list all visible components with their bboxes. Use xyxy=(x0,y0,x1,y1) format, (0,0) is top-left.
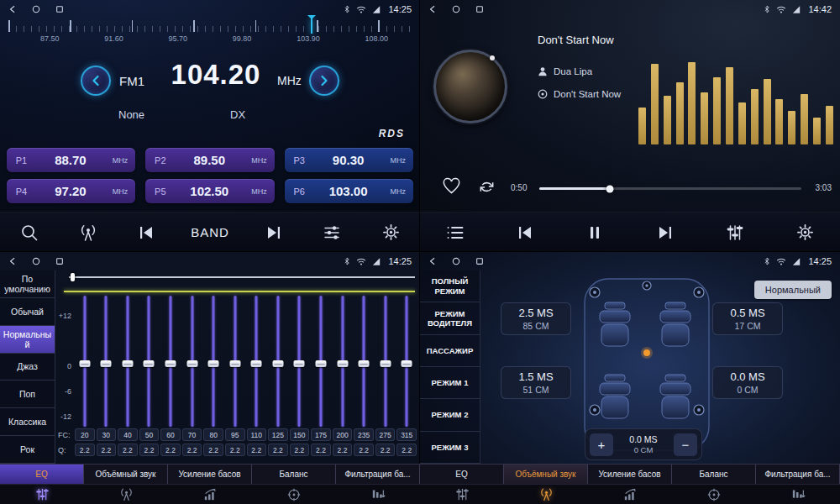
next-station-icon[interactable] xyxy=(255,216,293,249)
eq-band-slider[interactable] xyxy=(246,296,268,427)
previous-track-icon[interactable] xyxy=(506,216,544,249)
band-button[interactable]: BAND xyxy=(186,216,234,249)
radio-broadcast-icon[interactable] xyxy=(69,216,108,249)
back-icon[interactable] xyxy=(8,5,17,13)
listening-mode-item[interactable]: РЕЖИМ 3 xyxy=(420,432,480,464)
sound-profile-button[interactable]: Нормальный xyxy=(754,281,832,299)
audio-tab[interactable]: Баланс xyxy=(252,465,336,484)
level-slider-handle[interactable] xyxy=(71,273,75,281)
front-left-delay[interactable]: 2.5 MS 85 CM xyxy=(501,302,571,335)
balance-tab-icon[interactable] xyxy=(252,485,336,504)
eq-slider-handle[interactable] xyxy=(208,360,219,367)
preset-button[interactable]: P6 103.00 MHz xyxy=(285,179,413,203)
audio-tab[interactable]: EQ xyxy=(420,465,504,484)
audio-tab[interactable]: Усиление басов xyxy=(168,465,252,484)
eq-slider-handle[interactable] xyxy=(144,360,155,367)
scan-icon[interactable] xyxy=(10,216,49,249)
repeat-icon[interactable] xyxy=(477,178,496,196)
previous-station-icon[interactable] xyxy=(127,216,165,249)
eq-band-slider[interactable] xyxy=(353,296,375,427)
eq-slider-handle[interactable] xyxy=(186,360,197,367)
tune-up-button[interactable] xyxy=(309,66,339,96)
tune-down-button[interactable] xyxy=(81,66,111,96)
eq-band-slider[interactable] xyxy=(375,296,396,427)
listening-mode-item[interactable]: РЕЖИМ ВОДИТЕЛЯ xyxy=(420,302,480,334)
eq-preset-item[interactable]: Рок xyxy=(0,436,55,464)
preset-button[interactable]: P1 88.70 MHz xyxy=(7,148,135,172)
eq-tab-icon[interactable] xyxy=(0,485,84,504)
listening-mode-item[interactable]: РЕЖИМ 1 xyxy=(420,367,480,399)
eq-band-slider[interactable] xyxy=(139,296,160,427)
recents-icon[interactable] xyxy=(475,257,484,265)
eq-band-slider[interactable] xyxy=(332,296,354,427)
preset-button[interactable]: P3 90.30 MHz xyxy=(285,148,413,172)
balance-tab-icon[interactable] xyxy=(672,485,756,504)
audio-tab[interactable]: Объёмный звук xyxy=(84,465,168,484)
audio-tab[interactable]: Баланс xyxy=(672,465,756,484)
home-icon[interactable] xyxy=(32,5,40,13)
eq-band-slider[interactable] xyxy=(74,296,96,427)
eq-band-slider[interactable] xyxy=(181,296,203,427)
eq-slider-handle[interactable] xyxy=(101,360,112,367)
home-icon[interactable] xyxy=(452,5,460,13)
playlist-icon[interactable] xyxy=(436,216,475,249)
eq-slider-handle[interactable] xyxy=(251,360,262,367)
eq-slider-handle[interactable] xyxy=(272,360,283,367)
frequency-ruler[interactable]: 87.5091.6095.7099.80103.90108.00 xyxy=(8,20,412,49)
eq-slider-handle[interactable] xyxy=(315,360,326,367)
delay-increase-button[interactable]: + xyxy=(590,433,613,456)
listening-mode-item[interactable]: РЕЖИМ 2 xyxy=(420,399,480,431)
pause-icon[interactable] xyxy=(575,216,614,249)
eq-band-slider[interactable] xyxy=(224,296,246,427)
bass-boost-tab-icon[interactable] xyxy=(588,485,672,504)
eq-band-slider[interactable] xyxy=(117,296,139,427)
rear-right-delay[interactable]: 0.0 MS 0 CM xyxy=(712,366,783,399)
delay-decrease-button[interactable]: − xyxy=(674,433,697,456)
front-right-delay[interactable]: 0.5 MS 17 CM xyxy=(712,302,783,335)
audio-settings-icon[interactable] xyxy=(312,216,351,249)
eq-preset-item[interactable]: Поп xyxy=(0,381,55,408)
eq-slider-handle[interactable] xyxy=(359,360,370,367)
eq-band-slider[interactable] xyxy=(396,296,417,427)
surround-tab-icon[interactable] xyxy=(84,485,168,504)
progress-knob[interactable] xyxy=(606,185,614,192)
eq-preset-item[interactable]: Обычай xyxy=(0,298,55,326)
eq-band-slider[interactable] xyxy=(202,296,224,427)
eq-band-slider[interactable] xyxy=(289,296,311,427)
settings-gear-icon[interactable] xyxy=(785,216,824,249)
listening-mode-item[interactable]: ПАССАЖИР xyxy=(420,335,480,367)
seek-bar[interactable] xyxy=(539,187,801,190)
back-icon[interactable] xyxy=(428,5,437,13)
level-slider[interactable] xyxy=(69,275,415,280)
recents-icon[interactable] xyxy=(475,5,484,13)
surround-tab-icon[interactable] xyxy=(504,485,588,504)
back-icon[interactable] xyxy=(8,257,17,265)
preset-button[interactable]: P4 97.20 MHz xyxy=(7,179,135,203)
next-track-icon[interactable] xyxy=(646,216,685,249)
equalizer-icon[interactable] xyxy=(716,216,754,249)
eq-slider-handle[interactable] xyxy=(79,360,90,367)
eq-band-slider[interactable] xyxy=(310,296,332,427)
preset-button[interactable]: P5 102.50 MHz xyxy=(145,179,274,203)
settings-gear-icon[interactable] xyxy=(371,216,410,249)
audio-tab[interactable]: EQ xyxy=(0,465,84,484)
recents-icon[interactable] xyxy=(55,257,64,265)
eq-band-slider[interactable] xyxy=(160,296,181,427)
eq-slider-handle[interactable] xyxy=(337,360,348,367)
eq-tab-icon[interactable] xyxy=(420,485,504,504)
listening-mode-item[interactable]: ПОЛНЫЙ РЕЖИМ xyxy=(420,270,480,302)
eq-preset-item[interactable]: По умолчанию xyxy=(0,270,55,298)
rear-left-delay[interactable]: 1.5 MS 51 CM xyxy=(501,366,571,399)
audio-tab[interactable]: Фильтрация ба... xyxy=(336,465,420,484)
audio-tab[interactable]: Усиление басов xyxy=(588,465,672,484)
audio-tab[interactable]: Объёмный звук xyxy=(504,465,588,484)
home-icon[interactable] xyxy=(32,257,40,265)
home-icon[interactable] xyxy=(452,257,460,265)
bass-boost-tab-icon[interactable] xyxy=(168,485,252,504)
eq-slider-handle[interactable] xyxy=(165,360,176,367)
eq-preset-item[interactable]: Нормальный xyxy=(0,326,55,354)
filter-tab-icon[interactable] xyxy=(756,485,840,504)
audio-tab[interactable]: Фильтрация ба... xyxy=(756,465,840,484)
eq-slider-handle[interactable] xyxy=(229,360,240,367)
eq-slider-handle[interactable] xyxy=(380,360,391,367)
